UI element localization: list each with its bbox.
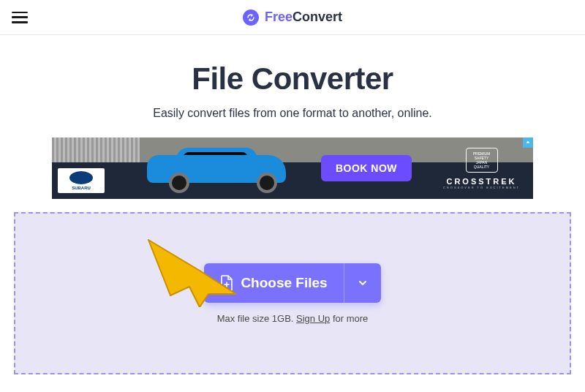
logo[interactable]: FreeConvert <box>243 10 342 26</box>
logo-icon <box>243 10 259 26</box>
ad-cta-button[interactable]: BOOK NOW <box>321 155 412 181</box>
chevron-down-icon <box>358 278 368 288</box>
ad-banner[interactable]: SUBARU BOOK NOW PREMIUM SAFETY JAPAN QUA… <box>52 137 533 199</box>
ad-car-image <box>140 148 301 195</box>
page-subtitle: Easily convert files from one format to … <box>12 107 573 120</box>
logo-text-free: Free <box>265 10 292 24</box>
choose-files-dropdown-button[interactable] <box>344 263 381 303</box>
ad-brand-badge: SUBARU <box>58 168 105 193</box>
file-add-icon <box>220 275 233 291</box>
page-title: File Converter <box>12 61 573 97</box>
choose-files-button[interactable]: Choose Files <box>204 263 343 303</box>
choose-files-label: Choose Files <box>241 275 327 291</box>
ad-close-icon[interactable] <box>523 137 533 148</box>
ad-background <box>52 137 140 162</box>
file-dropzone[interactable]: Choose Files Max file size 1GB. Sign Up … <box>14 212 571 374</box>
header: FreeConvert <box>0 0 585 35</box>
signup-link[interactable]: Sign Up <box>296 313 330 324</box>
file-size-hint: Max file size 1GB. Sign Up for more <box>217 313 369 324</box>
hamburger-menu-icon[interactable] <box>12 12 28 23</box>
main-content: File Converter Easily convert files from… <box>0 35 585 374</box>
logo-text-convert: Convert <box>292 10 342 24</box>
ad-right-text: PREMIUM SAFETY JAPAN QUALITY CROSSTREK C… <box>443 148 520 189</box>
choose-files-group: Choose Files <box>204 263 380 303</box>
